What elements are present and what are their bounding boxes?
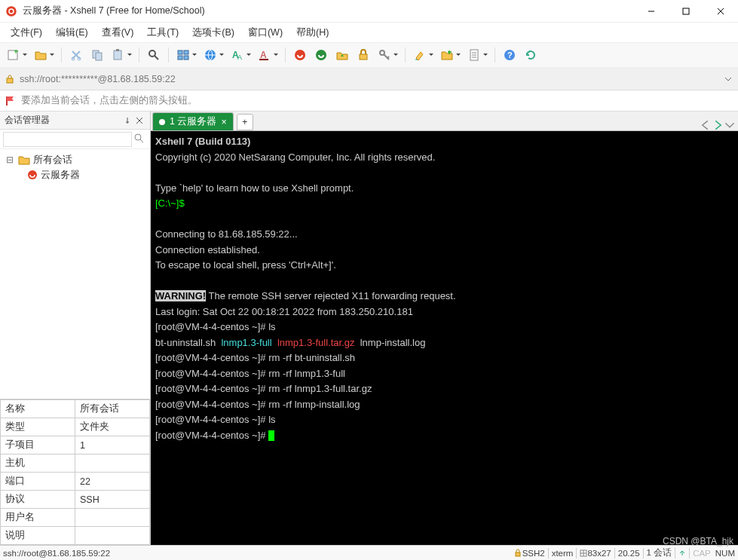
add-folder-button[interactable] — [438, 46, 456, 64]
hint-bar: 要添加当前会话，点击左侧的箭头按钮。 — [0, 90, 738, 112]
swirl-red-button[interactable] — [291, 46, 309, 64]
titlebar: 云服务器 - Xshell 7 (Free for Home/School) — [0, 0, 738, 23]
lock-icon — [5, 74, 15, 84]
tabs-bar: 1 云服务器 × + — [151, 112, 738, 131]
separator — [168, 47, 169, 63]
svg-rect-6 — [96, 53, 102, 60]
panel-title: 会话管理器 — [5, 114, 50, 127]
menu-tabmenu[interactable]: 选项卡(B) — [186, 25, 240, 41]
collapse-icon[interactable]: ⊟ — [5, 155, 15, 165]
address-dropdown[interactable] — [723, 75, 733, 83]
svg-text:A: A — [237, 54, 242, 61]
help-button[interactable]: ? — [501, 46, 519, 64]
table-row: 端口22 — [1, 473, 150, 491]
toolbar: AA A ? — [0, 42, 738, 68]
svg-rect-26 — [7, 78, 13, 83]
status-address: ssh://root@81.68.185.59:22 — [3, 549, 110, 558]
menu-edit[interactable]: 编辑(E) — [50, 25, 94, 41]
table-row: 说明 — [1, 527, 150, 545]
menu-view[interactable]: 查看(V) — [96, 25, 140, 41]
tree-root-label: 所有会话 — [33, 154, 72, 167]
tab-prev-button[interactable] — [700, 120, 711, 130]
up-icon — [678, 549, 686, 557]
svg-point-0 — [6, 6, 17, 17]
menu-tools[interactable]: 工具(T) — [141, 25, 185, 41]
font-button[interactable]: AA — [228, 46, 247, 64]
svg-point-19 — [295, 50, 305, 60]
terminal-cursor — [268, 430, 274, 441]
status-speed: 20.25 — [618, 549, 640, 558]
refresh-button[interactable] — [522, 46, 540, 64]
color-button[interactable]: A — [256, 46, 274, 64]
svg-rect-12 — [178, 56, 182, 60]
status-sessions: 1 会话 — [647, 547, 672, 558]
svg-rect-7 — [114, 50, 121, 60]
search-icon[interactable] — [133, 133, 150, 145]
hint-text: 要添加当前会话，点击左侧的箭头按钮。 — [21, 94, 198, 107]
menu-help[interactable]: 帮助(H) — [290, 25, 335, 41]
copy-button[interactable] — [88, 46, 106, 64]
svg-rect-13 — [184, 56, 188, 60]
tree-root[interactable]: ⊟ 所有会话 — [2, 152, 149, 167]
address-bar[interactable]: ssh://root:**********@81.68.185.59:22 — [0, 68, 738, 90]
svg-rect-1 — [683, 8, 689, 14]
menubar: 文件(F) 编辑(E) 查看(V) 工具(T) 选项卡(B) 窗口(W) 帮助(… — [0, 23, 738, 42]
pin-button[interactable] — [121, 115, 133, 127]
session-tree: ⊟ 所有会话 云服务器 — [0, 149, 150, 399]
menu-window[interactable]: 窗口(W) — [242, 25, 289, 41]
window-title: 云服务器 - Xshell 7 (Free for Home/School) — [23, 5, 634, 17]
sessions-button[interactable] — [174, 46, 192, 64]
table-row: 子项目1 — [1, 436, 150, 454]
status-cap: CAP — [693, 549, 711, 558]
svg-rect-18 — [259, 59, 268, 60]
doc-button[interactable] — [465, 46, 483, 64]
svg-point-28 — [28, 170, 37, 179]
lock-button[interactable] — [354, 46, 372, 64]
cut-button[interactable] — [67, 46, 85, 64]
svg-point-20 — [316, 50, 326, 60]
table-row: 协议SSH — [1, 491, 150, 509]
paste-button[interactable] — [109, 46, 127, 64]
status-size: 83x27 — [587, 549, 611, 558]
highlight-button[interactable] — [411, 46, 429, 64]
minimize-button[interactable] — [634, 0, 669, 23]
new-session-button[interactable] — [5, 46, 23, 64]
tree-child[interactable]: 云服务器 — [2, 167, 149, 182]
new-tab-button[interactable]: + — [237, 114, 253, 130]
find-button[interactable] — [145, 46, 163, 64]
menu-file[interactable]: 文件(F) — [5, 25, 48, 41]
key-button[interactable] — [375, 46, 393, 64]
close-button[interactable] — [703, 0, 738, 23]
properties-table: 名称所有会话 类型文件夹 子项目1 主机 端口22 协议SSH 用户名 说明 — [0, 399, 150, 545]
panel-close-button[interactable] — [133, 115, 145, 127]
separator — [495, 47, 495, 63]
status-term: xterm — [552, 549, 574, 558]
tab-status-icon — [159, 119, 165, 125]
svg-rect-8 — [116, 49, 119, 51]
svg-point-9 — [149, 50, 155, 57]
status-num: NUM — [715, 549, 735, 558]
tab-label: 1 云服务器 — [170, 115, 216, 128]
tab-close-button[interactable]: × — [221, 117, 226, 127]
tab-next-button[interactable] — [712, 120, 723, 130]
separator — [405, 47, 406, 63]
separator — [139, 47, 139, 63]
table-row: 名称所有会话 — [1, 400, 150, 418]
folder-icon — [18, 155, 30, 165]
status-proto: SSH2 — [522, 549, 545, 558]
separator — [61, 47, 62, 63]
session-search-input[interactable] — [3, 132, 132, 147]
tab-active[interactable]: 1 云服务器 × — [152, 112, 234, 130]
svg-point-27 — [135, 134, 141, 140]
status-bar: ssh://root@81.68.185.59:22 SSH2 xterm 83… — [0, 545, 738, 560]
swirl-green-button[interactable] — [312, 46, 330, 64]
maximize-button[interactable] — [669, 0, 703, 23]
svg-text:A: A — [260, 50, 267, 60]
folder-up-button[interactable] — [333, 46, 351, 64]
table-row: 主机 — [1, 454, 150, 473]
app-logo-icon — [5, 5, 18, 18]
tab-menu-button[interactable] — [724, 120, 735, 130]
terminal[interactable]: Xshell 7 (Build 0113) Copyright (c) 2020… — [151, 131, 738, 545]
open-button[interactable] — [32, 46, 50, 64]
connect-button[interactable] — [201, 46, 219, 64]
